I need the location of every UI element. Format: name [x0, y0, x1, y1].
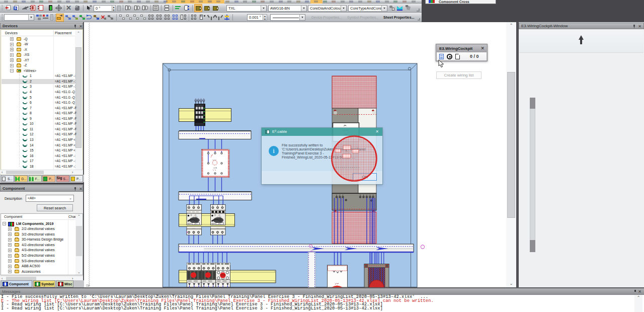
svg-text:-----: ----- [193, 227, 195, 229]
svg-text:-----: ----- [216, 227, 219, 229]
svg-text:JP 3: JP 3 [194, 223, 197, 225]
svg-text:JP 3: JP 3 [218, 223, 221, 225]
svg-text:-Q1B: -Q1B [213, 167, 217, 169]
